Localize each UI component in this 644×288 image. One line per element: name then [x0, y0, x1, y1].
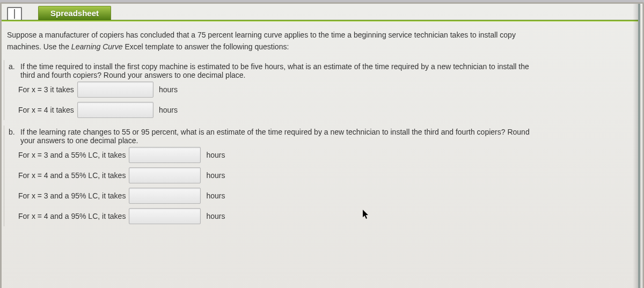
intro-line2a: machines. Use the	[7, 42, 71, 51]
qa-row-1: For x = 3 it takes hours	[18, 79, 631, 100]
qb-row2-label: For x = 4 and a 55% LC, it takes	[18, 171, 126, 180]
qb-row3-unit: hours	[206, 191, 225, 200]
qb-row1-label: For x = 3 and a 55% LC, it takes	[18, 151, 126, 159]
qa-row2-unit: hours	[159, 106, 178, 114]
tab-underline	[2, 20, 638, 21]
qb-tag: b.	[9, 128, 20, 136]
question-a: a.If the time required to install the fi…	[4, 60, 631, 120]
qb-row-3: For x = 3 and a 95% LC, it takes hours	[18, 186, 631, 206]
qb-row3-label: For x = 3 and a 95% LC, it takes	[18, 191, 126, 200]
qb-line2: your answers to one decimal place.	[20, 136, 138, 145]
qb-row-1: For x = 3 and a 55% LC, it takes hours	[18, 145, 631, 165]
intro-line1: Suppose a manufacturer of copiers has co…	[7, 31, 516, 39]
qb-row4-input[interactable]	[129, 208, 201, 224]
qb-row3-input[interactable]	[129, 188, 201, 204]
qa-row-2: For x = 4 it takes hours	[18, 100, 631, 120]
qb-row2-unit: hours	[206, 171, 225, 180]
question-content: Suppose a manufacturer of copiers has co…	[2, 22, 638, 226]
qa-row1-unit: hours	[159, 85, 178, 94]
qa-line2: third and fourth copiers? Round your ans…	[20, 71, 245, 79]
qa-tag: a.	[9, 62, 20, 71]
qa-line1: If the time required to install the firs…	[20, 62, 529, 71]
qb-row-2: For x = 4 and a 55% LC, it takes hours	[18, 165, 631, 186]
qb-row4-unit: hours	[206, 212, 225, 220]
qb-row1-input[interactable]	[129, 147, 201, 163]
qb-row2-input[interactable]	[129, 167, 201, 183]
question-b: b.If the learning rate changes to 55 or …	[4, 125, 631, 226]
intro-line2b: Excel template to answer the following q…	[123, 42, 289, 51]
tab-spreadsheet[interactable]: Spreadsheet	[38, 6, 111, 20]
qb-row-4: For x = 4 and a 95% LC, it takes hours	[18, 206, 631, 226]
intro-paragraph: Suppose a manufacturer of copiers has co…	[7, 29, 631, 53]
qa-row2-input[interactable]	[77, 102, 153, 118]
qb-line1: If the learning rate changes to 55 or 95…	[20, 128, 530, 136]
qa-row1-input[interactable]	[77, 82, 153, 98]
qa-row1-label: For x = 3 it takes	[18, 85, 74, 94]
qb-row4-label: For x = 4 and a 95% LC, it takes	[18, 212, 126, 220]
qb-row1-unit: hours	[206, 151, 225, 159]
intro-italic: Learning Curve	[71, 42, 123, 51]
tab-row: Spreadsheet	[2, 6, 638, 22]
qa-row2-label: For x = 4 it takes	[18, 106, 74, 114]
book-icon	[7, 7, 22, 21]
